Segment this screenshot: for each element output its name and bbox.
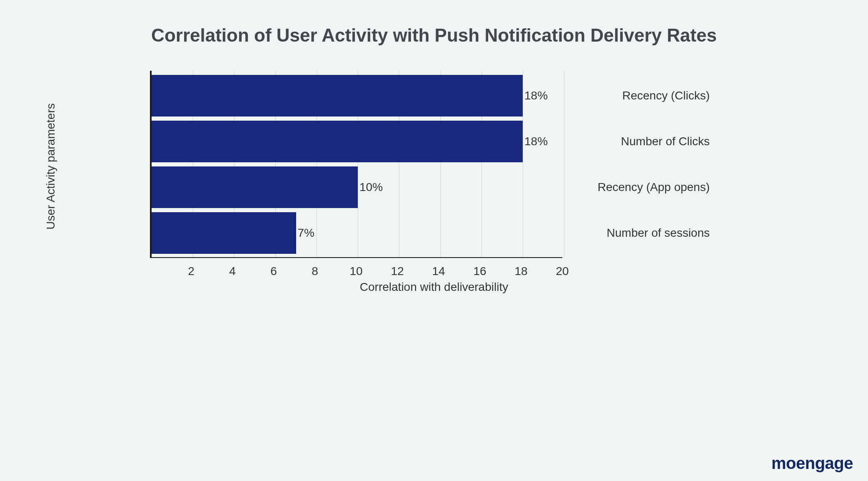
bar xyxy=(152,212,296,254)
x-tick-label: 18 xyxy=(514,265,527,278)
bar xyxy=(152,166,358,208)
x-tick-label: 8 xyxy=(312,265,318,278)
category-label: Number of sessions xyxy=(607,226,710,240)
x-tick-label: 10 xyxy=(349,265,362,278)
bar-data-label: 18% xyxy=(524,89,548,102)
x-tick-label: 2 xyxy=(188,265,195,278)
x-tick-label: 4 xyxy=(229,265,236,278)
x-tick-label: 16 xyxy=(473,265,486,278)
bar-data-label: 10% xyxy=(359,181,383,194)
brand-logo: moengage xyxy=(771,454,853,473)
gridline xyxy=(523,71,523,257)
bar-data-label: 7% xyxy=(298,226,314,240)
x-tick-label: 20 xyxy=(556,265,569,278)
category-label: Recency (App opens) xyxy=(598,181,710,194)
bar xyxy=(152,121,523,162)
x-tick-label: 12 xyxy=(391,265,404,278)
y-axis-label: User Activity parameters xyxy=(44,103,57,229)
bar xyxy=(152,75,523,117)
category-label: Number of Clicks xyxy=(621,135,710,148)
bar-data-label: 18% xyxy=(524,135,548,148)
x-tick-label: 6 xyxy=(270,265,277,278)
chart-title: Correlation of User Activity with Push N… xyxy=(0,25,868,46)
plot-area: 18%18%10%7% xyxy=(150,71,562,258)
gridline xyxy=(564,71,564,257)
x-axis-label: Correlation with deliverability xyxy=(0,280,868,294)
category-label: Recency (Clicks) xyxy=(622,89,710,102)
x-tick-label: 14 xyxy=(432,265,445,278)
